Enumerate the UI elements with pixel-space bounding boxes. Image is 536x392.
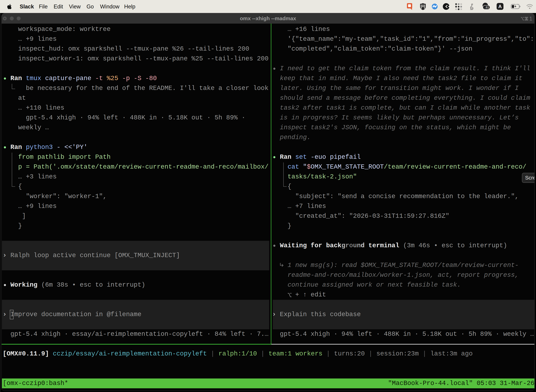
- svg-text:..61: ..61: [484, 6, 489, 9]
